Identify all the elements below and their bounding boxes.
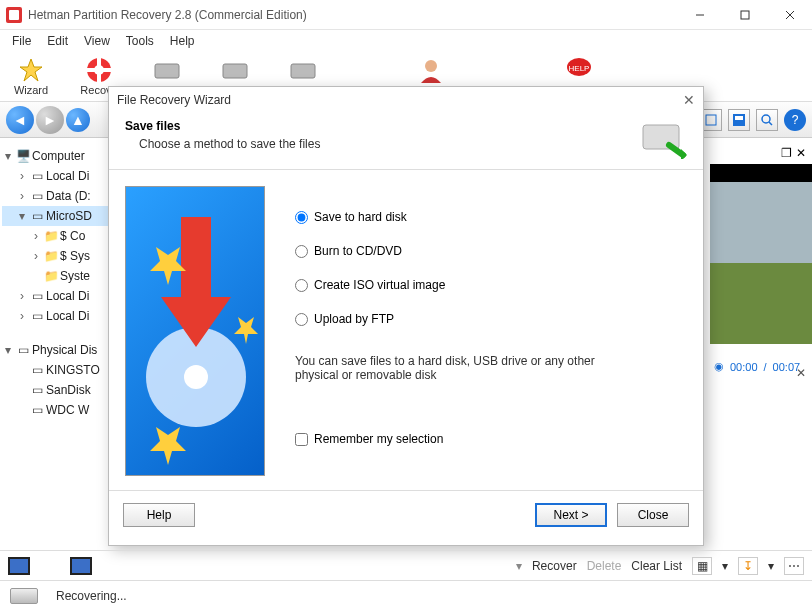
drive-icon: ▭: [28, 209, 46, 223]
wizard-header: Save files Choose a method to save the f…: [109, 113, 703, 170]
preview-close-icon[interactable]: ✕: [796, 366, 806, 380]
clear-list-action[interactable]: Clear List: [631, 559, 682, 573]
close-button[interactable]: [767, 0, 812, 30]
dropdown-icon[interactable]: ▾: [768, 559, 774, 573]
svg-rect-10: [86, 68, 112, 72]
svg-rect-17: [706, 115, 716, 125]
up-button[interactable]: ▲: [66, 108, 90, 132]
lifebuoy-icon: [84, 56, 114, 84]
grid-view-icon[interactable]: ▦: [692, 557, 712, 575]
svg-line-21: [769, 122, 772, 125]
radio-save-hard-disk[interactable]: Save to hard disk: [295, 200, 687, 234]
disk-activity-icon: [10, 588, 38, 604]
checkbox-input[interactable]: [295, 433, 308, 446]
wizard-titlebar: File Recovery Wizard ✕: [109, 87, 703, 113]
minimize-button[interactable]: [677, 0, 722, 30]
preview-panel: ❐ ✕ ◉ 00:00 / 00:07 ✕: [710, 140, 812, 550]
info-button[interactable]: ?: [784, 109, 806, 131]
dropdown-icon[interactable]: ▾: [516, 559, 522, 573]
time-current: 00:00: [730, 361, 758, 373]
recover-bar: ▾ Recover Delete Clear List ▦ ▾ ↧ ▾ ⋯: [0, 550, 812, 580]
close-wizard-button[interactable]: Close: [617, 503, 689, 527]
wizard-icon: [16, 56, 46, 84]
menu-view[interactable]: View: [76, 32, 118, 50]
disk-icon: [220, 56, 250, 84]
wizard-title: File Recovery Wizard: [117, 93, 231, 107]
status-text: Recovering...: [56, 589, 127, 603]
svg-rect-1: [9, 10, 19, 20]
toolbar-help[interactable]: HELP: [554, 56, 604, 84]
maximize-button[interactable]: [722, 0, 767, 30]
next-button[interactable]: Next >: [535, 503, 607, 527]
toolbar-disk2[interactable]: [210, 56, 260, 84]
forward-button[interactable]: ►: [36, 106, 64, 134]
dropdown-icon[interactable]: ▾: [722, 559, 728, 573]
radio-label: Burn to CD/DVD: [314, 244, 402, 258]
radio-input[interactable]: [295, 313, 308, 326]
button-label: Help: [147, 508, 172, 522]
options-icon[interactable]: ⋯: [784, 557, 804, 575]
tree-label: MicroSD: [46, 209, 92, 223]
svg-marker-26: [161, 217, 231, 347]
menu-tools[interactable]: Tools: [118, 32, 162, 50]
tree-label: Computer: [32, 149, 85, 163]
svg-marker-28: [150, 427, 186, 465]
file-recovery-wizard: File Recovery Wizard ✕ Save files Choose…: [108, 86, 704, 546]
toolbar-wizard[interactable]: Wizard: [6, 56, 56, 96]
option-description: You can save files to a hard disk, USB d…: [295, 354, 635, 382]
svg-marker-27: [150, 247, 186, 285]
svg-text:HELP: HELP: [569, 64, 590, 73]
button-label: Next >: [553, 508, 588, 522]
tree-label: $ Co: [60, 229, 85, 243]
disk-icon: [288, 56, 318, 84]
svg-rect-3: [741, 11, 749, 19]
tree-label: Local Di: [46, 169, 89, 183]
svg-rect-13: [291, 64, 315, 78]
drive-icon: ▭: [28, 403, 46, 417]
remember-checkbox[interactable]: Remember my selection: [295, 432, 687, 446]
film-icon: [8, 557, 30, 575]
toolbar-disk3[interactable]: [278, 56, 328, 84]
film-icon: [70, 557, 92, 575]
radio-burn-cd[interactable]: Burn to CD/DVD: [295, 234, 687, 268]
tree-label: Local Di: [46, 289, 89, 303]
delete-action: Delete: [587, 559, 622, 573]
drive-icon: ▭: [28, 383, 46, 397]
disk-icon: [152, 56, 182, 84]
svg-point-14: [425, 60, 437, 72]
menu-edit[interactable]: Edit: [39, 32, 76, 50]
search-button[interactable]: [756, 109, 778, 131]
panel-popout-icon[interactable]: ❐: [781, 146, 792, 160]
back-button[interactable]: ◄: [6, 106, 34, 134]
help-button[interactable]: Help: [123, 503, 195, 527]
svg-marker-29: [234, 317, 258, 344]
menu-file[interactable]: File: [4, 32, 39, 50]
radio-upload-ftp[interactable]: Upload by FTP: [295, 302, 687, 336]
radio-input[interactable]: [295, 211, 308, 224]
recover-action[interactable]: Recover: [532, 559, 577, 573]
tree-label: WDC W: [46, 403, 89, 417]
radio-input[interactable]: [295, 245, 308, 258]
panel-close-icon[interactable]: ✕: [796, 146, 806, 160]
menu-help[interactable]: Help: [162, 32, 203, 50]
sort-icon[interactable]: ↧: [738, 557, 758, 575]
tree-label: Local Di: [46, 309, 89, 323]
menu-bar: File Edit View Tools Help: [0, 30, 812, 52]
play-indicator-icon: ◉: [714, 360, 724, 373]
radio-create-iso[interactable]: Create ISO virtual image: [295, 268, 687, 302]
svg-rect-11: [155, 64, 179, 78]
time-sep: /: [764, 361, 767, 373]
toolbar-disk1[interactable]: [142, 56, 192, 84]
tree-label: Physical Dis: [32, 343, 97, 357]
drive-icon: ▭: [28, 363, 46, 377]
toolbar-user[interactable]: [406, 56, 456, 84]
svg-rect-12: [223, 64, 247, 78]
svg-marker-23: [681, 149, 687, 159]
wizard-close-icon[interactable]: ✕: [683, 92, 695, 108]
radio-input[interactable]: [295, 279, 308, 292]
folder-icon: 📁: [42, 249, 60, 263]
computer-icon: 🖥️: [14, 149, 32, 163]
disk-icon: ▭: [14, 343, 32, 357]
save-icon-button[interactable]: [728, 109, 750, 131]
wizard-heading: Save files: [125, 119, 637, 133]
